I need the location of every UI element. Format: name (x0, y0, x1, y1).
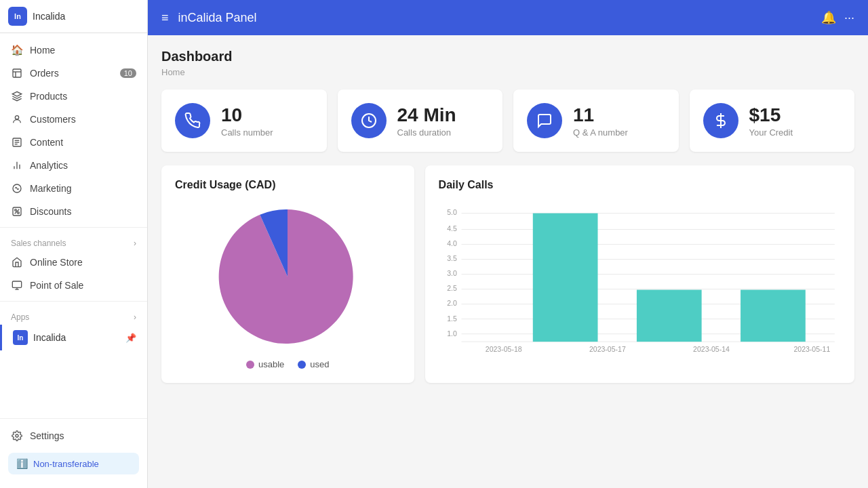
incalida-icon: In (13, 330, 28, 345)
svg-text:2.5: 2.5 (447, 284, 457, 292)
sidebar-app-name: Incalida (33, 11, 65, 22)
sidebar-item-customers[interactable]: Customers (0, 108, 147, 131)
top-bar-actions: 🔔 ··· (821, 10, 854, 25)
non-transferable-label: Non-transferable (33, 459, 99, 469)
sidebar-item-marketing[interactable]: Marketing (0, 177, 147, 200)
apps-title: Apps (11, 312, 29, 322)
sidebar-item-incalida[interactable]: In Incalida 📌 (0, 325, 147, 350)
sidebar-label-marketing: Marketing (30, 183, 136, 194)
used-dot (298, 361, 306, 369)
stat-card-calls-number: 10 Calls number (161, 89, 327, 152)
svg-point-13 (15, 209, 17, 211)
pie-chart (213, 202, 362, 351)
usable-dot (246, 361, 254, 369)
analytics-icon (11, 159, 23, 171)
svg-rect-0 (13, 69, 21, 77)
daily-calls-card: Daily Calls 5.0 4.5 4.0 3.5 3.0 2.5 2.0 … (425, 165, 854, 383)
more-icon[interactable]: ··· (844, 11, 854, 25)
sidebar-label-orders: Orders (30, 68, 120, 79)
main-content: ≡ inCalida Panel 🔔 ··· Dashboard Home 10… (148, 0, 868, 488)
sidebar-item-products[interactable]: Products (0, 85, 147, 108)
svg-line-15 (15, 209, 20, 214)
calls-duration-icon-circle (351, 103, 387, 138)
bar-chart-svg: 5.0 4.5 4.0 3.5 3.0 2.5 2.0 1.5 1.0 (439, 202, 841, 365)
stat-info-calls-duration: 24 Min Calls duration (397, 104, 456, 138)
svg-text:5.0: 5.0 (447, 209, 457, 217)
sales-channels-title: Sales channels (11, 239, 66, 248)
sidebar-item-discounts[interactable]: Discounts (0, 200, 147, 223)
sidebar-item-online-store[interactable]: Online Store (0, 251, 147, 274)
sidebar-label-content: Content (30, 137, 136, 148)
calls-number-label: Calls number (221, 127, 273, 138)
sidebar-header: In Incalida (0, 0, 147, 33)
stat-info-credit: $15 Your Credit (749, 104, 793, 138)
svg-rect-17 (12, 281, 21, 287)
sidebar-label-home: Home (30, 45, 136, 56)
svg-point-20 (16, 434, 18, 437)
bar-chart-container: 5.0 4.5 4.0 3.5 3.0 2.5 2.0 1.5 1.0 (439, 202, 841, 367)
sidebar-item-settings[interactable]: Settings (0, 424, 147, 447)
svg-text:1.5: 1.5 (447, 314, 457, 323)
discounts-icon (11, 205, 23, 218)
orders-badge: 10 (120, 68, 136, 78)
svg-text:2023-05-14: 2023-05-14 (693, 345, 730, 353)
calls-number-icon-circle (175, 103, 210, 138)
customers-icon (11, 113, 23, 125)
apps-section: Apps › (0, 306, 147, 325)
usable-label: usable (258, 359, 284, 369)
legend-used: used (298, 359, 329, 369)
svg-text:2023-05-11: 2023-05-11 (793, 345, 830, 353)
credit-usage-title: Credit Usage (CAD) (175, 179, 401, 191)
svg-marker-3 (12, 92, 21, 96)
calls-duration-label: Calls duration (397, 127, 456, 138)
svg-text:3.0: 3.0 (447, 269, 457, 277)
qa-number-icon-circle (527, 103, 562, 138)
breadcrumb: Home (161, 67, 854, 77)
stat-card-qa-number: 11 Q & A number (513, 89, 679, 152)
bar-2023-05-11 (741, 290, 806, 342)
credit-usage-card: Credit Usage (CAD) usable (161, 165, 414, 383)
credit-value: $15 (749, 104, 793, 127)
sidebar-item-analytics[interactable]: Analytics (0, 154, 147, 177)
sidebar-item-content[interactable]: Content (0, 131, 147, 154)
orders-icon (11, 67, 23, 79)
sidebar-label-products: Products (30, 91, 136, 102)
credit-label: Your Credit (749, 127, 793, 138)
sidebar-nav: 🏠 Home Orders 10 Products Customers (0, 33, 147, 418)
bar-2023-05-17 (532, 214, 597, 342)
stat-card-credit: $15 Your Credit (690, 89, 855, 152)
stat-info-qa-number: 11 Q & A number (573, 104, 628, 138)
pie-legend: usable used (246, 359, 330, 369)
qa-number-label: Q & A number (573, 127, 628, 138)
svg-text:2023-05-18: 2023-05-18 (485, 345, 521, 353)
sidebar-label-incalida: Incalida (33, 332, 125, 343)
sidebar-logo: In (8, 7, 27, 26)
daily-calls-title: Daily Calls (439, 179, 841, 191)
non-transferable-badge: ℹ️ Non-transferable (8, 453, 139, 474)
sales-channels-section: Sales channels › (0, 232, 147, 251)
hamburger-icon[interactable]: ≡ (161, 11, 169, 25)
svg-text:2.0: 2.0 (447, 299, 457, 307)
legend-usable: usable (246, 359, 284, 369)
sales-channels-chevron: › (134, 239, 136, 248)
sidebar-divider-2 (0, 301, 147, 302)
sidebar-divider-1 (0, 227, 147, 228)
settings-icon (11, 430, 23, 442)
stat-card-calls-duration: 24 Min Calls duration (338, 89, 503, 152)
calls-number-value: 10 (221, 104, 273, 127)
home-icon: 🏠 (11, 44, 23, 56)
credit-icon-circle (703, 103, 738, 138)
sidebar-item-pos[interactable]: Point of Sale (0, 274, 147, 297)
sidebar-bottom: Settings ℹ️ Non-transferable (0, 418, 147, 488)
svg-text:4.0: 4.0 (447, 239, 457, 247)
info-icon: ℹ️ (16, 458, 28, 469)
qa-number-value: 11 (573, 104, 628, 127)
sidebar-label-online-store: Online Store (30, 257, 136, 268)
svg-text:1.0: 1.0 (447, 329, 457, 338)
sidebar-item-home[interactable]: 🏠 Home (0, 39, 147, 62)
sidebar-item-orders[interactable]: Orders 10 (0, 62, 147, 85)
content-icon (11, 136, 23, 148)
svg-point-4 (15, 116, 18, 119)
sidebar: In Incalida 🏠 Home Orders 10 Products (0, 0, 148, 488)
bell-icon[interactable]: 🔔 (821, 10, 836, 25)
